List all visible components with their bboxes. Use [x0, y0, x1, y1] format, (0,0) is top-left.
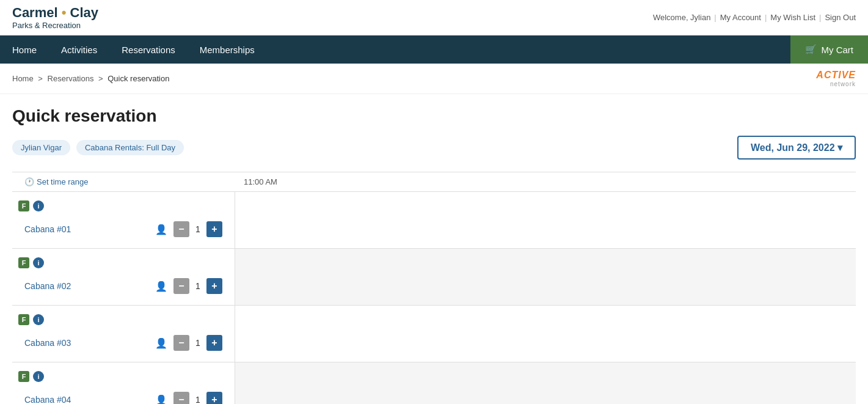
page-title: Quick reservation — [12, 106, 856, 126]
qty-minus-03[interactable]: − — [173, 335, 189, 351]
info-icon-01[interactable]: i — [33, 200, 44, 211]
qty-plus-03[interactable]: + — [206, 335, 222, 351]
set-time-range-link[interactable]: 🕐 Set time range — [24, 177, 89, 186]
info-icon-03[interactable]: i — [33, 314, 44, 325]
welcome-text: Welcome, Jylian — [653, 13, 710, 22]
info-icon-04[interactable]: i — [33, 371, 44, 382]
cabana-left-01: F i Cabana #01 👤 − 1 + — [12, 192, 235, 248]
cabana-left-03: F i Cabana #03 👤 − 1 + — [12, 306, 235, 362]
cabana-name-03[interactable]: Cabana #03 — [24, 338, 149, 348]
content: Quick reservation Jylian Vigar Cabana Re… — [0, 94, 868, 404]
qty-minus-04[interactable]: − — [173, 392, 189, 404]
qty-plus-02[interactable]: + — [206, 278, 222, 294]
logo-title: Carmel • Clay — [12, 5, 98, 21]
qty-control-04: − 1 + — [173, 392, 222, 404]
main-nav: Home Activities Reservations Memberships… — [0, 35, 868, 64]
cabana-header-01: F i — [18, 198, 228, 214]
separator: | — [765, 13, 767, 22]
cabana-info-02: Cabana #02 👤 − 1 + — [18, 276, 228, 296]
cabana-header-04: F i — [18, 369, 228, 384]
qty-plus-01[interactable]: + — [206, 221, 222, 237]
grid-header: 🕐 Set time range 11:00 AM — [12, 172, 856, 192]
f-badge-01: F — [18, 200, 29, 211]
person-icon-04: 👤 — [155, 394, 167, 404]
sign-out-link[interactable]: Sign Out — [825, 13, 856, 22]
cabana-row: F i Cabana #03 👤 − 1 + — [12, 306, 856, 362]
breadcrumb: Home > Reservations > Quick reservation — [12, 74, 169, 83]
nav-links: Home Activities Reservations Memberships — [0, 36, 267, 64]
logo-subtitle: Parks & Recreation — [12, 21, 98, 30]
active-logo-text: ACTIVE — [816, 70, 856, 81]
cabana-info-04: Cabana #04 👤 − 1 + — [18, 389, 228, 404]
qty-minus-02[interactable]: − — [173, 278, 189, 294]
cart-icon: 🛒 — [805, 44, 817, 55]
top-bar: Carmel • Clay Parks & Recreation Welcome… — [0, 0, 868, 35]
type-tag: Cabana Rentals: Full Day — [76, 140, 184, 155]
filter-row: Jylian Vigar Cabana Rentals: Full Day We… — [12, 136, 856, 160]
cabana-info-01: Cabana #01 👤 − 1 + — [18, 219, 228, 240]
nav-reservations[interactable]: Reservations — [109, 36, 188, 64]
nav-memberships[interactable]: Memberships — [188, 36, 267, 64]
cabana-name-01[interactable]: Cabana #01 — [24, 224, 149, 234]
my-account-link[interactable]: My Account — [720, 13, 761, 22]
cabana-right-01 — [235, 192, 856, 248]
cabana-left-02: F i Cabana #02 👤 − 1 + — [12, 249, 235, 305]
date-label: Wed, Jun 29, 2022 ▾ — [751, 142, 842, 153]
nav-activities[interactable]: Activities — [49, 36, 109, 64]
f-badge-03: F — [18, 314, 29, 325]
qty-control-01: − 1 + — [173, 221, 222, 237]
breadcrumb-bar: Home > Reservations > Quick reservation … — [0, 64, 868, 94]
breadcrumb-sep2: > — [98, 74, 105, 83]
cabana-name-02[interactable]: Cabana #02 — [24, 281, 149, 291]
qty-control-02: − 1 + — [173, 278, 222, 294]
active-logo-sub: network — [816, 81, 856, 87]
cabana-row: F i Cabana #04 👤 − 1 + — [12, 362, 856, 404]
grid-container: 🕐 Set time range 11:00 AM F i Cabana #01… — [12, 172, 856, 404]
cabana-right-02 — [235, 249, 856, 305]
breadcrumb-sep: > — [38, 74, 45, 83]
my-wish-list-link[interactable]: My Wish List — [770, 13, 815, 22]
cabana-info-03: Cabana #03 👤 − 1 + — [18, 332, 228, 353]
cabana-list: F i Cabana #01 👤 − 1 + F i Cabana #02 — [12, 192, 856, 404]
qty-control-03: − 1 + — [173, 335, 222, 351]
user-nav: Welcome, Jylian | My Account | My Wish L… — [653, 13, 856, 22]
date-picker-button[interactable]: Wed, Jun 29, 2022 ▾ — [737, 136, 856, 160]
cabana-header-03: F i — [18, 312, 228, 328]
cabana-right-03 — [235, 306, 856, 362]
separator: | — [714, 13, 716, 22]
qty-value-04: 1 — [193, 395, 203, 404]
qty-plus-04[interactable]: + — [206, 392, 222, 404]
cabana-left-04: F i Cabana #04 👤 − 1 + — [12, 362, 235, 404]
logo: Carmel • Clay Parks & Recreation — [12, 5, 98, 30]
set-time-label: Set time range — [37, 177, 89, 186]
cabana-row: F i Cabana #01 👤 − 1 + — [12, 192, 856, 249]
person-icon-01: 👤 — [155, 224, 167, 235]
person-icon-02: 👤 — [155, 281, 167, 292]
active-network-logo: ACTIVE network — [816, 70, 856, 87]
cabana-row: F i Cabana #02 👤 − 1 + — [12, 249, 856, 306]
qty-value-02: 1 — [193, 281, 203, 291]
f-badge-04: F — [18, 371, 29, 382]
breadcrumb-reservations[interactable]: Reservations — [48, 74, 94, 83]
time-header: 11:00 AM — [235, 172, 856, 191]
breadcrumb-current: Quick reservation — [108, 74, 169, 83]
logo-text-main: Carmel — [12, 5, 62, 20]
user-tag: Jylian Vigar — [12, 140, 70, 155]
f-badge-02: F — [18, 257, 29, 268]
tags: Jylian Vigar Cabana Rentals: Full Day — [12, 140, 184, 155]
person-icon-03: 👤 — [155, 337, 167, 349]
cart-label: My Cart — [822, 45, 854, 55]
info-icon-02[interactable]: i — [33, 257, 44, 268]
cabana-right-04 — [235, 362, 856, 404]
cabana-header-02: F i — [18, 255, 228, 271]
cart-button[interactable]: 🛒 My Cart — [790, 35, 869, 64]
cabana-name-04[interactable]: Cabana #04 — [24, 395, 149, 404]
breadcrumb-home[interactable]: Home — [12, 74, 34, 83]
separator: | — [819, 13, 821, 22]
qty-value-01: 1 — [193, 224, 203, 234]
qty-minus-01[interactable]: − — [173, 221, 189, 237]
nav-home[interactable]: Home — [0, 36, 49, 64]
clock-icon: 🕐 — [24, 177, 34, 186]
grid-header-left: 🕐 Set time range — [12, 172, 235, 191]
qty-value-03: 1 — [193, 338, 203, 348]
